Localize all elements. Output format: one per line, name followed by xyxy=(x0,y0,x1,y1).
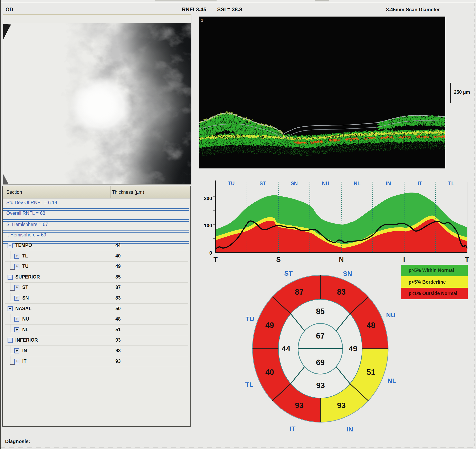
svg-text:IN: IN xyxy=(346,426,353,433)
svg-text:93: 93 xyxy=(295,401,304,410)
svg-text:T: T xyxy=(214,256,218,263)
svg-text:T: T xyxy=(465,256,469,263)
svg-text:67: 67 xyxy=(316,331,325,340)
svg-text:49: 49 xyxy=(349,344,357,353)
svg-text:IN: IN xyxy=(386,180,391,186)
svg-text:100: 100 xyxy=(204,223,212,228)
svg-text:SN: SN xyxy=(291,180,298,186)
svg-text:85: 85 xyxy=(316,307,325,316)
svg-text:TU: TU xyxy=(246,315,254,323)
svg-text:40: 40 xyxy=(265,368,274,376)
svg-text:200: 200 xyxy=(204,196,212,201)
svg-text:1: 1 xyxy=(201,18,203,23)
svg-text:69: 69 xyxy=(316,358,325,367)
svg-text:NU: NU xyxy=(322,180,329,186)
svg-text:TL: TL xyxy=(245,381,253,388)
svg-text:SN: SN xyxy=(343,270,352,277)
svg-text:83: 83 xyxy=(337,288,346,296)
svg-text:ST: ST xyxy=(260,180,266,186)
svg-text:ST: ST xyxy=(284,270,293,277)
svg-text:TL: TL xyxy=(448,180,454,186)
svg-text:48: 48 xyxy=(367,321,375,330)
svg-text:93: 93 xyxy=(337,401,346,410)
svg-text:IT: IT xyxy=(418,180,422,186)
svg-text:NL: NL xyxy=(388,377,396,384)
svg-text:TU: TU xyxy=(228,180,234,186)
svg-text:51: 51 xyxy=(367,368,375,376)
svg-text:NU: NU xyxy=(386,311,396,319)
svg-text:I: I xyxy=(403,256,405,263)
svg-text:IT: IT xyxy=(290,425,296,432)
svg-text:93: 93 xyxy=(316,381,325,390)
svg-text:S: S xyxy=(276,256,281,263)
svg-text:49: 49 xyxy=(265,321,274,330)
svg-text:NL: NL xyxy=(354,180,360,186)
svg-text:0: 0 xyxy=(210,250,212,256)
svg-text:87: 87 xyxy=(295,288,304,296)
svg-text:N: N xyxy=(339,256,344,263)
svg-text:44: 44 xyxy=(282,344,290,353)
